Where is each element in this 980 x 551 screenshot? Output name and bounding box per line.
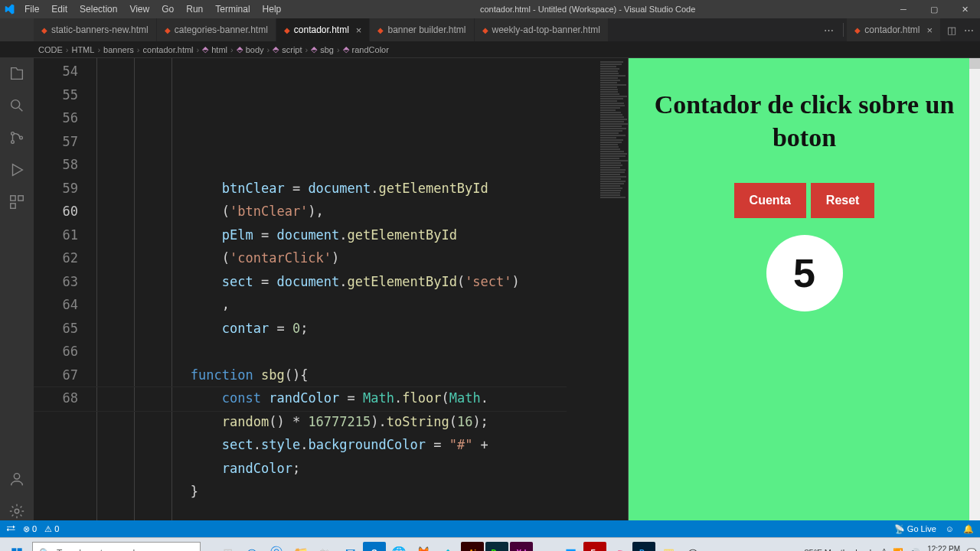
preview-scrollbar[interactable]	[969, 58, 980, 520]
menu-help[interactable]: Help	[256, 4, 288, 15]
menu-go[interactable]: Go	[155, 4, 180, 15]
breadcrumb-item[interactable]: randColor	[352, 45, 389, 54]
search-icon[interactable]	[8, 96, 26, 115]
app-icon-1[interactable]: ◆	[436, 542, 459, 552]
breadcrumb-item[interactable]: contador.html	[143, 45, 194, 54]
editor-tab[interactable]: ◆contador.html×	[276, 18, 371, 41]
photoshop-icon[interactable]: Ps	[632, 542, 655, 552]
reset-button[interactable]: Reset	[811, 183, 875, 218]
extensions-icon[interactable]	[8, 193, 26, 211]
start-button[interactable]	[3, 541, 31, 552]
close-tab-icon[interactable]: ×	[926, 24, 933, 36]
vscode-icon	[0, 4, 18, 15]
minimap[interactable]	[597, 58, 628, 520]
mail-icon[interactable]: ✉	[338, 542, 361, 552]
close-tab-icon[interactable]: ×	[356, 24, 362, 36]
remote-icon[interactable]: ⮂	[6, 523, 15, 534]
maximize-button[interactable]: ▢	[919, 5, 949, 15]
menu-run[interactable]: Run	[180, 4, 209, 15]
activity-bar	[0, 58, 34, 520]
menu-selection[interactable]: Selection	[74, 4, 123, 15]
menu-view[interactable]: View	[123, 4, 155, 15]
weather-widget[interactable]: ☁ 85°F Mostly cloudy	[793, 548, 875, 551]
search-icon: 🔍	[39, 548, 51, 552]
close-window-button[interactable]: ✕	[949, 5, 980, 15]
tab-label: categories-banner.html	[175, 24, 268, 35]
explorer-icon[interactable]	[8, 64, 26, 83]
svg-rect-4	[11, 196, 15, 201]
warnings-count[interactable]: ⚠ 0	[44, 524, 59, 534]
editor-tab[interactable]: ◆banner builder.html	[370, 18, 474, 41]
breadcrumb-item[interactable]: HTML	[71, 45, 94, 54]
editor-tab[interactable]: ◆categories-banner.html	[157, 18, 276, 41]
menu-edit[interactable]: Edit	[45, 4, 74, 15]
itunes-icon[interactable]: ♫	[608, 542, 631, 552]
store-icon[interactable]: 🛍	[314, 542, 337, 552]
more-actions-icon[interactable]: ⋯	[964, 24, 974, 36]
breadcrumb-item[interactable]: sbg	[320, 45, 334, 54]
live-preview-pane: Contador de click sobre un boton Cuenta …	[628, 58, 980, 520]
vscode-app-icon[interactable]: ⬒	[559, 542, 582, 552]
chrome-icon[interactable]: 🌐	[387, 542, 410, 552]
code-editor[interactable]: 545556575859606162636465666768 btnClear …	[34, 58, 628, 520]
editor-tabs-left: ◆static-banners-new.html◆categories-bann…	[34, 18, 818, 41]
firefox-icon[interactable]: 🦊	[412, 542, 435, 552]
svg-point-1	[11, 132, 15, 135]
tab-label: contador.html	[294, 24, 349, 35]
breadcrumb-item[interactable]: html	[211, 45, 227, 54]
breadcrumb-item[interactable]: body	[246, 45, 264, 54]
clock[interactable]: 12:22 PM 5/23/2022	[926, 545, 961, 552]
accounts-icon[interactable]	[8, 470, 26, 488]
editor-tab[interactable]: ◆weekly-ad-top-banner.html	[475, 18, 609, 41]
editor-tab[interactable]: ◆static-banners-new.html	[34, 18, 157, 41]
settings-icon[interactable]	[8, 502, 26, 520]
minimize-button[interactable]: ─	[888, 5, 919, 15]
breadcrumb[interactable]: CODE›HTML›banners›contador.html›⬘html›⬘b…	[0, 41, 980, 58]
ie-icon[interactable]: ⓔ	[265, 542, 288, 552]
cuenta-button[interactable]: Cuenta	[734, 183, 806, 218]
edge-icon[interactable]: ◉	[240, 542, 263, 552]
html-file-icon: ◆	[854, 26, 861, 34]
editor-tab[interactable]: ◆contador.html×	[847, 18, 941, 41]
tray-chevron-icon[interactable]: ˄	[882, 548, 887, 551]
task-view-icon[interactable]: ⊞	[216, 542, 239, 552]
menu-bar: File Edit Selection View Go Run Terminal…	[18, 4, 287, 15]
source-control-icon[interactable]	[8, 129, 26, 147]
tab-overflow-button[interactable]: ⋯	[824, 24, 834, 36]
menu-terminal[interactable]: Terminal	[209, 4, 256, 15]
html-file-icon: ◆	[41, 26, 47, 34]
menu-file[interactable]: File	[18, 4, 45, 15]
go-live-button[interactable]: 📡 Go Live	[894, 524, 936, 534]
split-editor-icon[interactable]: ◫	[947, 24, 956, 36]
run-debug-icon[interactable]	[8, 161, 26, 179]
illustrator-icon[interactable]: Ai	[461, 542, 484, 552]
notifications-icon[interactable]: 🔔	[963, 524, 974, 534]
html-file-icon: ◆	[284, 26, 290, 34]
svg-point-2	[11, 141, 15, 144]
dreamweaver-icon[interactable]: Dw	[485, 542, 508, 552]
breadcrumb-item[interactable]: banners	[103, 45, 134, 54]
network-icon[interactable]: 📶	[893, 548, 903, 551]
xd-icon[interactable]: Xd	[510, 542, 533, 552]
title-bar: File Edit Selection View Go Run Terminal…	[0, 0, 980, 18]
filezilla-icon[interactable]: Fz	[583, 542, 606, 552]
search-placeholder: Type here to search	[57, 548, 138, 552]
volume-icon[interactable]: 🔊	[910, 548, 920, 551]
explorer-app-icon[interactable]: 📁	[289, 542, 312, 552]
breadcrumb-item[interactable]: script	[282, 45, 302, 54]
action-center-icon[interactable]: 💬	[966, 548, 977, 551]
feedback-icon[interactable]: ☺	[946, 524, 954, 533]
breadcrumb-item[interactable]: CODE	[38, 45, 63, 54]
editor-tabs-right: ◆contador.html×	[847, 18, 941, 41]
outlook-icon[interactable]: O	[363, 542, 386, 552]
html-file-icon: ◆	[377, 26, 384, 34]
status-bar: ⮂ ⊗ 0 ⚠ 0 📡 Go Live ☺ 🔔	[0, 520, 980, 537]
app-icon-3[interactable]: ▦	[657, 542, 680, 552]
svg-rect-5	[18, 196, 23, 201]
app-icon-2[interactable]: ●	[534, 542, 557, 552]
html-file-icon: ◆	[482, 26, 488, 34]
errors-count[interactable]: ⊗ 0	[23, 524, 37, 534]
tab-label: banner builder.html	[387, 24, 466, 35]
obs-icon[interactable]: ◎	[681, 542, 704, 552]
taskbar-search[interactable]: 🔍 Type here to search	[32, 542, 201, 552]
